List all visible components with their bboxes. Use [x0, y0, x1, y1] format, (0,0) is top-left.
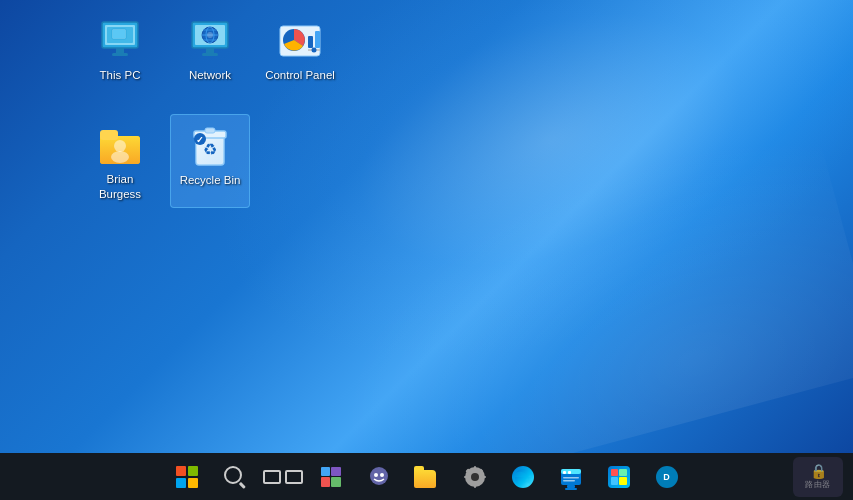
svg-rect-25	[100, 130, 118, 140]
watermark-lock-icon: 🔒	[810, 463, 827, 479]
control-panel-image	[276, 16, 324, 64]
svg-point-26	[114, 140, 126, 152]
network-label: Network	[189, 68, 231, 83]
settings-button[interactable]	[453, 457, 497, 497]
svg-point-39	[471, 473, 479, 481]
svg-rect-43	[482, 476, 486, 478]
taskbar: D 🔒 路由器	[0, 453, 853, 500]
azure-button[interactable]	[549, 457, 593, 497]
brian-burgess-label: Brian Burgess	[84, 172, 156, 202]
chat-button[interactable]	[357, 457, 401, 497]
svg-rect-19	[308, 36, 313, 48]
desktop-icon-row-2: Brian Burgess ♻	[80, 114, 340, 208]
desktop: This PC	[0, 0, 853, 453]
dell-button[interactable]: D	[645, 457, 689, 497]
svg-rect-2	[116, 48, 124, 53]
svg-text:♻: ♻	[203, 141, 217, 158]
this-pc-image	[96, 16, 144, 64]
task-view-button[interactable]	[261, 457, 305, 497]
recycle-bin-image: ♻ ✓	[186, 121, 234, 169]
settings-icon	[463, 465, 487, 489]
svg-rect-10	[202, 53, 218, 56]
svg-text:✓: ✓	[196, 135, 204, 145]
file-explorer-icon	[414, 466, 440, 488]
recycle-bin-icon[interactable]: ♻ ✓ Recycle Bin	[170, 114, 250, 208]
svg-rect-3	[112, 53, 128, 56]
watermark: 🔒 路由器	[793, 457, 843, 497]
control-panel-icon[interactable]: Control Panel	[260, 10, 340, 89]
svg-rect-49	[568, 471, 571, 474]
azure-icon	[557, 463, 585, 491]
desktop-icons-container: This PC	[80, 10, 340, 208]
svg-rect-51	[563, 480, 575, 482]
network-image	[186, 16, 234, 64]
this-pc-label: This PC	[100, 68, 141, 83]
svg-rect-53	[565, 488, 577, 490]
start-button[interactable]	[165, 457, 209, 497]
svg-rect-50	[563, 477, 579, 479]
store-icon	[608, 466, 630, 488]
svg-point-27	[111, 151, 129, 163]
brian-burgess-icon[interactable]: Brian Burgess	[80, 114, 160, 208]
search-icon	[224, 466, 246, 488]
recycle-bin-label: Recycle Bin	[180, 173, 241, 188]
brian-burgess-image	[96, 120, 144, 168]
svg-rect-42	[464, 476, 468, 478]
desktop-icon-row-1: This PC	[80, 10, 340, 89]
search-button[interactable]	[213, 457, 257, 497]
chat-icon	[366, 464, 392, 490]
svg-rect-52	[567, 485, 575, 488]
svg-point-37	[380, 473, 384, 477]
svg-rect-31	[205, 128, 215, 133]
file-explorer-button[interactable]	[405, 457, 449, 497]
edge-button[interactable]	[501, 457, 545, 497]
task-view-icon	[263, 470, 303, 484]
svg-rect-40	[474, 466, 476, 470]
taskbar-items: D	[165, 457, 689, 497]
control-panel-label: Control Panel	[265, 68, 335, 83]
windows-logo-icon	[176, 466, 198, 488]
svg-rect-48	[563, 471, 566, 474]
svg-rect-41	[474, 484, 476, 488]
svg-rect-20	[315, 31, 320, 48]
dell-icon: D	[656, 466, 678, 488]
svg-point-35	[370, 467, 388, 485]
store-button[interactable]	[597, 457, 641, 497]
system-tray: 🔒 路由器	[793, 457, 843, 497]
svg-point-16	[207, 32, 213, 38]
widgets-icon	[321, 467, 341, 487]
edge-icon	[512, 466, 534, 488]
svg-rect-9	[206, 48, 214, 53]
widgets-button[interactable]	[309, 457, 353, 497]
svg-point-36	[374, 473, 378, 477]
svg-rect-6	[113, 30, 125, 38]
watermark-label: 路由器	[805, 480, 831, 490]
this-pc-icon[interactable]: This PC	[80, 10, 160, 89]
svg-point-22	[312, 48, 317, 53]
network-icon[interactable]: Network	[170, 10, 250, 89]
